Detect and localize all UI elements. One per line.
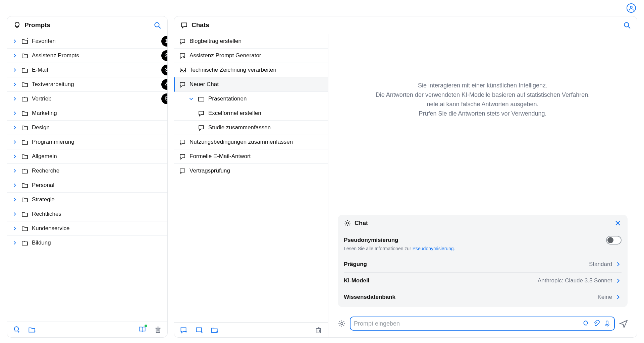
- praegung-label: Prägung: [344, 261, 367, 268]
- prompt-folder-item[interactable]: E-Mail3: [7, 63, 167, 77]
- model-value: Anthropic: Claude 3.5 Sonnet: [538, 277, 612, 284]
- bulb-icon: [13, 21, 21, 29]
- folder-icon: [21, 110, 29, 117]
- disclaimer-line: Sie interagieren mit einer künstlichen I…: [342, 81, 624, 90]
- item-label: Strategie: [32, 196, 163, 203]
- prompt-folder-item[interactable]: Assistenz Prompts2: [7, 49, 167, 63]
- new-image-chat-icon[interactable]: [195, 326, 203, 334]
- chat-settings-card: Chat Pseudonymisierung Lesen Sie alle In…: [338, 215, 628, 307]
- folder-icon: [21, 138, 29, 146]
- attach-icon[interactable]: [593, 320, 600, 327]
- pseudonymization-subtext: Lesen Sie alle Informationen zur Pseudon…: [344, 246, 455, 251]
- close-icon[interactable]: [614, 219, 622, 227]
- chevron-right-icon: [615, 294, 622, 300]
- folder-icon: [21, 153, 29, 160]
- step-badge: 3: [161, 65, 167, 75]
- model-label: KI-Modell: [344, 277, 370, 284]
- folder-icon: [21, 38, 29, 45]
- bulb-icon[interactable]: [582, 320, 589, 327]
- item-label: Marketing: [32, 110, 163, 117]
- new-prompt-icon[interactable]: [12, 326, 20, 334]
- settings-row-praegung[interactable]: Prägung Standard: [344, 256, 622, 272]
- step-badge: 1: [161, 36, 167, 47]
- prompt-folder-item[interactable]: Vertrieb5: [7, 92, 167, 106]
- folder-icon: [21, 66, 29, 74]
- chat-item[interactable]: Vertragsprüfung: [174, 164, 328, 178]
- prompt-folder-item[interactable]: Marketing: [7, 106, 167, 121]
- search-icon[interactable]: [153, 21, 161, 29]
- prompt-folder-item[interactable]: Kundenservice: [7, 221, 167, 236]
- chat-item[interactable]: Nutzungsbedingungen zusammenfassen: [174, 135, 328, 149]
- chevron-right-icon: [12, 240, 18, 246]
- chevron-right-icon: [12, 153, 18, 159]
- prompt-folder-item[interactable]: Recherche: [7, 164, 167, 178]
- folder-icon: [21, 196, 29, 203]
- chevron-right-icon: [12, 168, 18, 174]
- chevron-right-icon: [615, 261, 622, 268]
- chat-icon: [179, 167, 186, 175]
- prompt-folder-item[interactable]: Strategie: [7, 193, 167, 207]
- chat-item[interactable]: Studie zusammenfassen: [174, 121, 328, 135]
- prompt-folder-item[interactable]: Favoriten1: [7, 34, 167, 49]
- item-label: Blogbeitrag erstellen: [190, 38, 323, 45]
- user-menu[interactable]: [627, 3, 636, 13]
- prompt-folder-item[interactable]: Personal: [7, 178, 167, 193]
- chat-item[interactable]: Neuer Chat: [174, 77, 328, 92]
- prompt-folder-item[interactable]: Allgemein: [7, 149, 167, 164]
- item-label: Neuer Chat: [190, 81, 323, 88]
- mic-icon[interactable]: [603, 320, 611, 327]
- prompt-folder-item[interactable]: Programmierung: [7, 135, 167, 149]
- folder-icon: [21, 167, 29, 175]
- chat-icon: [179, 153, 186, 160]
- prompt-folder-item[interactable]: Design: [7, 121, 167, 135]
- item-label: Allgemein: [32, 153, 163, 160]
- chat-arrow-icon: [179, 52, 186, 59]
- chevron-right-icon: [12, 81, 18, 87]
- kb-label: Wissensdatenbank: [344, 294, 395, 300]
- chats-panel: Chats Blogbeitrag erstellenAssistenz Pro…: [174, 16, 637, 338]
- prompts-list: Favoriten1Assistenz Prompts2E-Mail3Textv…: [7, 34, 167, 322]
- folder-icon: [21, 225, 29, 232]
- pseudonymization-link[interactable]: Pseudonymisierung: [413, 246, 454, 251]
- settings-row-pseudonymization: Pseudonymisierung Lesen Sie alle Informa…: [344, 231, 622, 256]
- delete-icon[interactable]: [154, 326, 162, 334]
- item-label: Programmierung: [32, 139, 163, 145]
- prompt-folder-item[interactable]: Textverarbeitung4: [7, 77, 167, 92]
- new-folder-icon[interactable]: [28, 326, 36, 334]
- delete-icon[interactable]: [315, 326, 323, 334]
- prompt-input[interactable]: [354, 320, 579, 327]
- chat-item[interactable]: Excelformel erstellen: [174, 106, 328, 121]
- new-chat-icon[interactable]: [179, 326, 187, 334]
- step-badge: 2: [161, 50, 167, 61]
- settings-row-kb[interactable]: Wissensdatenbank Keine: [344, 289, 622, 305]
- item-label: Nutzungsbedingungen zusammenfassen: [190, 139, 323, 145]
- new-folder-icon[interactable]: [210, 326, 218, 334]
- chat-item[interactable]: Formelle E-Mail-Antwort: [174, 149, 328, 164]
- chat-item[interactable]: Technische Zeichnung verarbeiten: [174, 63, 328, 77]
- send-icon[interactable]: [619, 319, 628, 328]
- chevron-right-icon: [12, 139, 18, 145]
- gear-icon[interactable]: [338, 320, 346, 328]
- chevron-right-icon: [12, 96, 18, 102]
- gear-icon[interactable]: [344, 219, 351, 227]
- prompt-folder-item[interactable]: Bildung: [7, 236, 167, 250]
- chat-icon: [180, 21, 188, 29]
- settings-row-model[interactable]: KI-Modell Anthropic: Claude 3.5 Sonnet: [344, 272, 622, 289]
- prompts-title: Prompts: [24, 21, 50, 29]
- chevron-right-icon: [12, 38, 18, 44]
- item-label: E-Mail: [32, 67, 163, 73]
- chat-item[interactable]: Blogbeitrag erstellen: [174, 34, 328, 49]
- prompt-folder-item[interactable]: Rechtliches: [7, 207, 167, 221]
- kb-value: Keine: [598, 294, 612, 300]
- image-icon: [179, 66, 186, 74]
- chevron-right-icon: [12, 225, 18, 231]
- item-label: Rechtliches: [32, 211, 163, 217]
- folder-icon: [21, 95, 29, 102]
- item-label: Technische Zeichnung verarbeiten: [190, 67, 323, 73]
- chat-icon: [198, 110, 205, 117]
- search-icon[interactable]: [623, 21, 631, 29]
- library-icon[interactable]: [138, 325, 147, 334]
- chat-folder-item[interactable]: Präsentationen: [174, 92, 328, 106]
- chat-item[interactable]: Assistenz Prompt Generator: [174, 49, 328, 63]
- pseudonymization-toggle[interactable]: [606, 236, 622, 245]
